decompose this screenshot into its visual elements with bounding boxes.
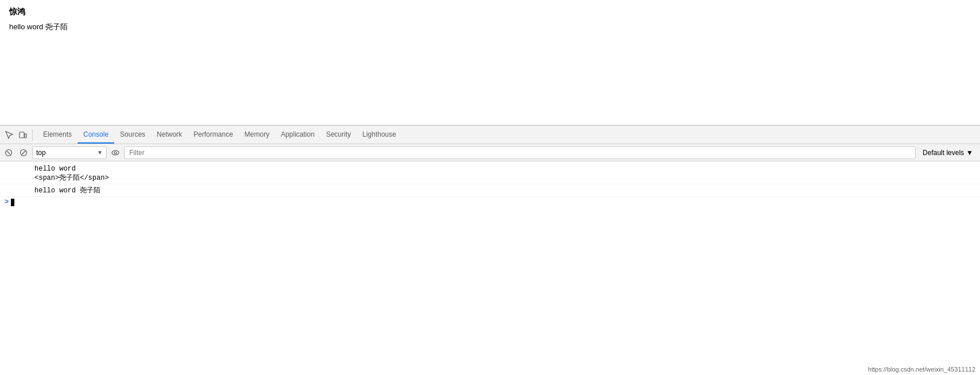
console-log-line-1: hello word <box>34 165 975 173</box>
filter-input[interactable] <box>124 146 916 159</box>
svg-line-5 <box>22 150 26 154</box>
tab-console[interactable]: Console <box>78 126 114 144</box>
console-toolbar: top ▼ Default levels ▼ <box>0 144 980 161</box>
svg-point-6 <box>112 150 119 155</box>
console-log-line-2: <span>尧子陌</span> <box>34 173 975 183</box>
tab-network[interactable]: Network <box>151 126 188 144</box>
devtools-toolbar: Elements Console Sources Network Perform… <box>0 126 980 144</box>
context-value: top <box>36 149 46 157</box>
console-log-entry-1: hello word <span>尧子陌</span> <box>0 164 980 184</box>
tab-memory[interactable]: Memory <box>239 126 275 144</box>
console-log-content-1: hello word <span>尧子陌</span> <box>34 165 975 183</box>
console-prompt-icon: > <box>5 198 9 206</box>
console-output: hello word <span>尧子陌</span> hello word 尧… <box>0 161 980 375</box>
tab-performance[interactable]: Performance <box>188 126 239 144</box>
block-icon[interactable] <box>17 146 30 159</box>
svg-line-3 <box>7 151 10 154</box>
eye-icon[interactable] <box>109 146 122 159</box>
console-cursor <box>11 199 14 206</box>
default-levels-button[interactable]: Default levels ▼ <box>918 146 978 159</box>
console-input-line[interactable]: > <box>0 197 980 207</box>
svg-rect-0 <box>20 132 24 138</box>
context-arrow-icon: ▼ <box>97 149 103 156</box>
devtools-panel: Elements Console Sources Network Perform… <box>0 125 980 375</box>
url-display: https://blog.csdn.net/weixin_45311112 <box>868 366 975 373</box>
page-title: 惊鸿 <box>9 7 971 17</box>
svg-point-7 <box>114 152 117 154</box>
svg-rect-1 <box>25 134 26 138</box>
device-toolbar-icon[interactable] <box>16 128 30 142</box>
tab-lighthouse[interactable]: Lighthouse <box>357 126 402 144</box>
clear-console-icon[interactable] <box>2 146 15 159</box>
inspect-element-icon[interactable] <box>2 128 16 142</box>
console-log-content-2: hello word 尧子陌 <box>34 185 975 195</box>
console-log-entry-2: hello word 尧子陌 <box>0 184 980 197</box>
devtools-tabs: Elements Console Sources Network Perform… <box>35 126 404 144</box>
tab-elements[interactable]: Elements <box>37 126 78 144</box>
context-selector[interactable]: top ▼ <box>32 146 107 159</box>
tab-sources[interactable]: Sources <box>114 126 151 144</box>
toolbar-divider <box>32 129 33 141</box>
page-body: hello word 尧子陌 <box>9 22 971 32</box>
levels-arrow-icon: ▼ <box>966 149 973 157</box>
tab-security[interactable]: Security <box>320 126 357 144</box>
tab-application[interactable]: Application <box>275 126 320 144</box>
